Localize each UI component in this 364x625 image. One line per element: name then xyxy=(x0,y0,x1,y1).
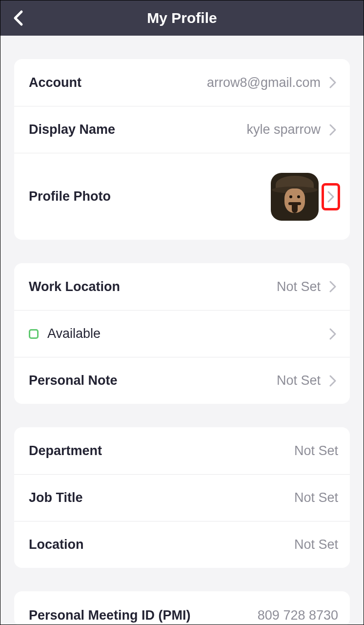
content-area: Account arrow8@gmail.com Display Name ky… xyxy=(0,36,364,625)
display-name-value: kyle sparrow xyxy=(246,122,325,137)
status-card: Work Location Not Set Available Personal… xyxy=(14,263,350,404)
profile-photo-chevron-wrap xyxy=(324,182,338,211)
chevron-left-icon xyxy=(13,10,23,26)
chevron-right-icon xyxy=(327,281,338,292)
page-title: My Profile xyxy=(0,10,364,26)
department-value: Not Set xyxy=(294,443,338,458)
row-job-title[interactable]: Job Title Not Set xyxy=(14,474,350,521)
location-label: Location xyxy=(29,537,84,552)
row-department[interactable]: Department Not Set xyxy=(14,427,350,474)
work-location-label: Work Location xyxy=(29,279,120,294)
job-title-label: Job Title xyxy=(29,490,83,505)
row-profile-photo[interactable]: Profile Photo xyxy=(14,153,350,240)
work-location-value: Not Set xyxy=(277,279,325,294)
chevron-right-icon xyxy=(327,375,338,386)
profile-photo-label: Profile Photo xyxy=(29,189,111,204)
pmi-card: Personal Meeting ID (PMI) 809 728 8730 xyxy=(14,591,350,625)
chevron-right-icon xyxy=(327,77,338,88)
personal-note-label: Personal Note xyxy=(29,373,118,388)
row-display-name[interactable]: Display Name kyle sparrow xyxy=(14,106,350,153)
display-name-label: Display Name xyxy=(29,122,115,137)
status-available-icon xyxy=(29,329,39,339)
personal-note-value: Not Set xyxy=(277,373,325,388)
row-work-location[interactable]: Work Location Not Set xyxy=(14,263,350,310)
status-label: Available xyxy=(47,326,101,341)
department-label: Department xyxy=(29,443,102,458)
row-status[interactable]: Available xyxy=(14,310,350,357)
account-label: Account xyxy=(29,75,81,90)
account-value: arrow8@gmail.com xyxy=(207,75,325,90)
job-title-value: Not Set xyxy=(294,490,338,505)
pmi-value: 809 728 8730 xyxy=(258,608,338,623)
pmi-label: Personal Meeting ID (PMI) xyxy=(29,608,191,623)
highlight-box xyxy=(322,183,340,210)
chevron-right-icon xyxy=(327,125,338,135)
row-personal-note[interactable]: Personal Note Not Set xyxy=(14,357,350,404)
row-location[interactable]: Location Not Set xyxy=(14,521,350,568)
work-info-card: Department Not Set Job Title Not Set Loc… xyxy=(14,427,350,568)
row-account[interactable]: Account arrow8@gmail.com xyxy=(14,59,350,106)
header-bar: My Profile xyxy=(0,0,364,36)
profile-basic-card: Account arrow8@gmail.com Display Name ky… xyxy=(14,59,350,240)
back-button[interactable] xyxy=(8,8,28,28)
chevron-right-icon xyxy=(327,329,338,339)
row-pmi[interactable]: Personal Meeting ID (PMI) 809 728 8730 xyxy=(14,591,350,625)
avatar xyxy=(271,173,319,221)
location-value: Not Set xyxy=(294,537,338,552)
